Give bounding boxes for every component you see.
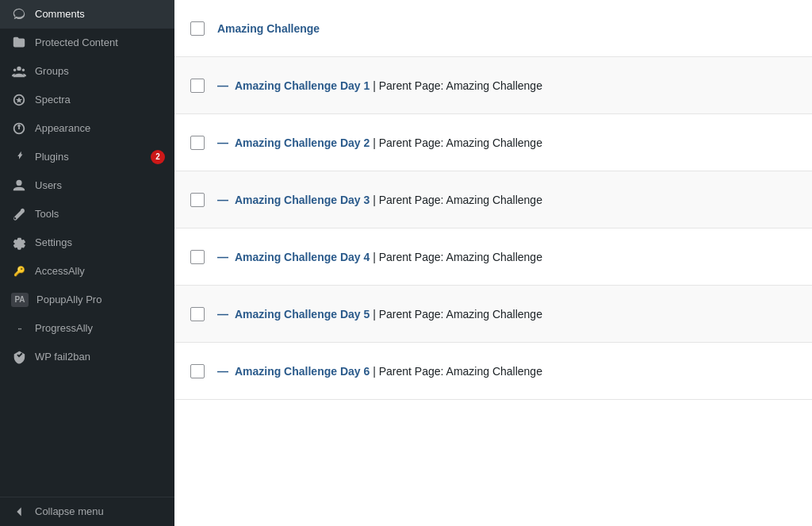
table-row: — Amazing Challenge Day 1 | Parent Page:… [174, 57, 812, 114]
sidebar-item-appearance[interactable]: Appearance [0, 114, 174, 143]
accessally-icon: 🔑 [11, 263, 27, 279]
sidebar-item-settings[interactable]: Settings [0, 228, 174, 257]
sidebar-item-tools[interactable]: Tools [0, 200, 174, 228]
sidebar-item-spectra-label: Spectra [35, 93, 165, 107]
page-link[interactable]: Amazing Challenge Day 2 [235, 136, 370, 149]
sidebar-item-progressally-label: ProgressAlly [35, 321, 165, 336]
sidebar-item-groups[interactable]: Groups [0, 57, 174, 86]
table-row: — Amazing Challenge Day 6 | Parent Page:… [174, 343, 812, 400]
sidebar-item-progressally[interactable]: ··· ProgressAlly [0, 314, 174, 343]
collapse-icon [11, 504, 27, 520]
parent-page-meta: | Parent Page: Amazing Challenge [370, 251, 542, 263]
sidebar-item-comments-label: Comments [35, 7, 165, 21]
indent-dash: — [217, 308, 232, 321]
sidebar-item-users[interactable]: Users [0, 171, 174, 200]
page-list: Amazing Challenge— Amazing Challenge Day… [174, 0, 812, 400]
sidebar-item-settings-label: Settings [35, 236, 165, 250]
sidebar: Comments Protected Content Groups Spectr… [0, 0, 174, 526]
sidebar-item-appearance-label: Appearance [35, 121, 165, 136]
row-checkbox[interactable] [190, 364, 205, 378]
indent-dash: — [217, 136, 232, 149]
indent-dash: — [217, 79, 232, 92]
sidebar-item-popupally-pro[interactable]: PA PopupAlly Pro [0, 286, 174, 314]
indent-dash: — [217, 365, 232, 378]
plugins-badge: 2 [151, 150, 165, 164]
progressally-icon: ··· [11, 321, 27, 336]
sidebar-item-collapse[interactable]: Collapse menu [0, 497, 174, 526]
sidebar-item-collapse-label: Collapse menu [35, 505, 165, 519]
page-link[interactable]: Amazing Challenge Day 5 [235, 308, 370, 321]
table-row: — Amazing Challenge Day 4 | Parent Page:… [174, 228, 812, 286]
table-row: — Amazing Challenge Day 5 | Parent Page:… [174, 286, 812, 343]
folder-icon [11, 35, 27, 51]
popupally-icon: PA [11, 293, 29, 307]
page-link[interactable]: Amazing Challenge [217, 22, 320, 35]
row-checkbox[interactable] [190, 307, 205, 321]
sidebar-item-groups-label: Groups [35, 64, 165, 79]
fail2ban-icon [11, 349, 27, 365]
sidebar-item-protected-content[interactable]: Protected Content [0, 29, 174, 57]
page-link[interactable]: Amazing Challenge Day 1 [235, 79, 370, 92]
table-row: Amazing Challenge [174, 0, 812, 57]
indent-dash: — [217, 251, 232, 263]
parent-page-meta: | Parent Page: Amazing Challenge [370, 194, 542, 206]
sidebar-item-users-label: Users [35, 179, 165, 193]
settings-icon [11, 235, 27, 251]
sidebar-item-plugins-label: Plugins [35, 150, 143, 164]
row-checkbox[interactable] [190, 250, 205, 264]
sidebar-item-fail2ban-label: WP fail2ban [35, 350, 165, 364]
sidebar-item-tools-label: Tools [35, 207, 165, 221]
row-text: — Amazing Challenge Day 6 | Parent Page:… [217, 365, 542, 378]
sidebar-item-comments[interactable]: Comments [0, 0, 174, 29]
users-icon [11, 178, 27, 194]
page-link[interactable]: Amazing Challenge Day 3 [235, 194, 370, 206]
sidebar-item-protected-content-label: Protected Content [35, 36, 165, 50]
page-link[interactable]: Amazing Challenge Day 6 [235, 365, 370, 378]
parent-page-meta: | Parent Page: Amazing Challenge [370, 365, 542, 378]
row-checkbox[interactable] [190, 193, 205, 207]
sidebar-item-accessally[interactable]: 🔑 AccessAlly [0, 257, 174, 286]
main-content: Amazing Challenge— Amazing Challenge Day… [174, 0, 812, 526]
row-checkbox[interactable] [190, 136, 205, 150]
appearance-icon [11, 121, 27, 136]
parent-page-meta: | Parent Page: Amazing Challenge [370, 136, 542, 149]
sidebar-item-wp-fail2ban[interactable]: WP fail2ban [0, 343, 174, 371]
parent-page-meta: | Parent Page: Amazing Challenge [370, 79, 542, 92]
sidebar-item-popupally-label: PopupAlly Pro [36, 293, 165, 307]
plugins-icon [11, 149, 27, 165]
groups-icon [11, 63, 27, 79]
spectra-icon [11, 92, 27, 108]
table-row: — Amazing Challenge Day 3 | Parent Page:… [174, 171, 812, 228]
row-text: — Amazing Challenge Day 1 | Parent Page:… [217, 79, 542, 92]
sidebar-item-plugins[interactable]: Plugins 2 [0, 143, 174, 171]
page-link[interactable]: Amazing Challenge Day 4 [235, 251, 370, 263]
row-text: — Amazing Challenge Day 2 | Parent Page:… [217, 136, 542, 149]
row-text: Amazing Challenge [217, 22, 320, 35]
indent-dash: — [217, 194, 232, 206]
sidebar-item-spectra[interactable]: Spectra [0, 86, 174, 114]
row-text: — Amazing Challenge Day 4 | Parent Page:… [217, 251, 542, 263]
tools-icon [11, 206, 27, 222]
comments-icon [11, 6, 27, 22]
row-text: — Amazing Challenge Day 3 | Parent Page:… [217, 194, 542, 206]
table-row: — Amazing Challenge Day 2 | Parent Page:… [174, 114, 812, 171]
row-text: — Amazing Challenge Day 5 | Parent Page:… [217, 308, 542, 321]
parent-page-meta: | Parent Page: Amazing Challenge [370, 308, 542, 321]
row-checkbox[interactable] [190, 79, 205, 93]
row-checkbox[interactable] [190, 21, 205, 36]
sidebar-item-accessally-label: AccessAlly [35, 264, 165, 278]
